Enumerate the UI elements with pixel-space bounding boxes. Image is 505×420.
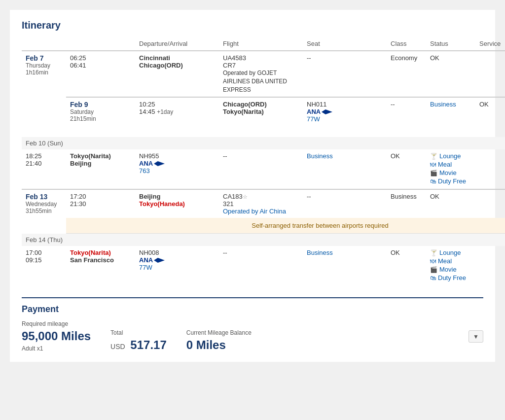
transfer-notice-row: Self-arranged transfer between airports … <box>22 218 505 234</box>
flight-aircraft: 321 <box>223 200 299 208</box>
service-icon: 🛍 <box>430 178 436 185</box>
service-icon: 🛍 <box>430 275 436 281</box>
flight-aircraft: CR7 <box>223 62 299 69</box>
arrive-time-row: 14:45 +1day <box>139 108 215 115</box>
table-row: 17:00 09:15 Tokyo(Narita) San Francisco … <box>22 246 505 285</box>
page-container: Itinerary Departure/Arrival Flight Seat … <box>10 10 495 362</box>
time-col: 06:25 06:41 <box>66 51 135 97</box>
depart-arrival-col: Tokyo(Narita) San Francisco <box>66 246 135 285</box>
flight-number: NH011 <box>307 101 383 108</box>
col-date <box>22 37 66 51</box>
service-duty-free-link[interactable]: 🛍Duty Free <box>430 274 471 281</box>
total-currency: USD <box>110 343 125 350</box>
total-label: Total <box>110 329 167 336</box>
ana-logo: ANA <box>307 108 321 115</box>
time-col: 10:25 14:45 +1day <box>135 97 219 137</box>
service-meal-link[interactable]: 🍽Meal <box>430 161 471 168</box>
itinerary-title: Itinerary <box>22 20 483 31</box>
depart-arrival-col: Tokyo(Narita) Beijing <box>66 149 135 189</box>
table-row: Feb 9 Saturday 21h15min 10:25 14:45 +1da… <box>22 97 505 137</box>
ana-swoosh-icon <box>154 258 165 263</box>
ana-swoosh-icon <box>154 161 165 166</box>
day-separator-row: Feb 10 (Sun) <box>22 137 505 149</box>
adult-note: Adult x1 <box>22 345 91 352</box>
arrive-time: 09:15 <box>26 256 42 264</box>
service-lounge-link[interactable]: 🍸Lounge <box>430 249 471 256</box>
transfer-notice-text: Self-arranged transfer between airports … <box>66 218 505 234</box>
ana-logo: ANA <box>139 160 153 167</box>
class-link[interactable]: Business <box>307 152 333 160</box>
svg-marker-0 <box>322 109 332 114</box>
plus-one-day: +1day <box>157 108 173 115</box>
col-flight: Flight <box>219 37 303 51</box>
class-link[interactable]: Business <box>307 249 333 256</box>
service-icon: 🎬 <box>430 266 437 273</box>
class-text: Business <box>391 193 417 200</box>
required-mileage-label: Required mileage <box>22 320 91 327</box>
depart-arrival-col: Cincinnati Chicago(ORD) <box>135 51 219 97</box>
depart-city: Tokyo(Narita) <box>70 152 111 160</box>
flight-col: NH008 ANA 77W <box>135 246 219 285</box>
date-day: Saturday <box>70 108 131 115</box>
flight-col: NH955 ANA 763 <box>135 149 219 189</box>
service-lounge-link[interactable]: 🍸Lounge <box>430 152 471 160</box>
balance-amount: 0 Miles <box>186 338 226 351</box>
arrive-city: San Francisco <box>70 256 114 264</box>
mileage-number: 95,000 Miles <box>22 329 91 343</box>
depart-city: Cincinnati <box>139 54 170 62</box>
class-link[interactable]: Business <box>430 101 456 108</box>
table-row: 18:25 21:40 Tokyo(Narita) Beijing NH955 … <box>22 149 505 189</box>
total-amount: 517.17 <box>130 338 166 351</box>
service-movie-link[interactable]: 🎬Movie <box>430 266 471 273</box>
service-meal-link[interactable]: 🍽Meal <box>430 257 471 265</box>
depart-time: 17:00 <box>26 249 62 256</box>
col-time <box>66 37 135 51</box>
service-icon: 🍽 <box>430 258 436 265</box>
depart-time: 18:25 <box>26 152 62 160</box>
seat-col: -- <box>219 149 303 189</box>
flight-link[interactable]: 763 <box>139 167 150 175</box>
date-main: Feb 7 <box>26 54 62 62</box>
time-col: 17:20 21:30 <box>66 189 135 218</box>
service-col <box>475 189 505 218</box>
payment-row: Required mileage 95,000 Miles Adult x1 T… <box>22 320 483 352</box>
service-icon: 🍸 <box>430 249 437 256</box>
payment-dropdown-button[interactable]: ▼ <box>469 330 483 343</box>
total-item: Total USD 517.17 <box>110 329 167 352</box>
balance-value: 0 Miles <box>186 338 252 352</box>
arrive-time-row: 06:41 <box>70 62 131 69</box>
ana-logo: ANA <box>139 256 153 264</box>
itinerary-section: Itinerary Departure/Arrival Flight Seat … <box>22 20 483 285</box>
seat-col: -- <box>219 246 303 285</box>
service-icon: 🎬 <box>430 170 437 176</box>
col-class: Class <box>387 37 426 51</box>
service-col <box>475 51 505 97</box>
depart-time: 17:20 <box>70 193 131 200</box>
required-mileage-item: Required mileage 95,000 Miles Adult x1 <box>22 320 91 352</box>
service-duty-free-link[interactable]: 🛍Duty Free <box>430 177 471 185</box>
seat-col: -- <box>303 51 387 97</box>
service-movie-link[interactable]: 🎬Movie <box>430 169 471 176</box>
col-status: Status <box>426 37 475 51</box>
required-mileage-value: 95,000 Miles <box>22 329 91 343</box>
flight-number: UA4583 <box>223 54 299 62</box>
status-col: OK <box>475 97 505 137</box>
segment-date: Feb 13 Wednesday 31h55min <box>22 189 66 234</box>
status-col: OK <box>426 189 475 218</box>
flight-link[interactable]: 77W <box>139 264 152 271</box>
flight-link[interactable]: 77W <box>307 115 320 123</box>
date-duration: 21h15min <box>70 115 131 122</box>
col-service: Service <box>475 37 505 51</box>
payment-section: Payment Required mileage 95,000 Miles Ad… <box>22 297 483 352</box>
arrive-city: Beijing <box>70 160 91 167</box>
operated-by-link[interactable]: Operated by Air China <box>223 208 286 215</box>
total-value: USD 517.17 <box>110 338 167 352</box>
arrive-time: 14:45 <box>139 108 155 115</box>
arrive-city: Chicago(ORD) <box>139 62 183 69</box>
depart-city: Beijing <box>139 193 160 200</box>
class-col: Economy <box>387 51 426 97</box>
service-icon: 🍽 <box>430 161 436 168</box>
arrive-time: 06:41 <box>70 62 86 69</box>
seat-col: -- <box>387 97 426 137</box>
flight-col: NH011 ANA 77W <box>303 97 387 137</box>
